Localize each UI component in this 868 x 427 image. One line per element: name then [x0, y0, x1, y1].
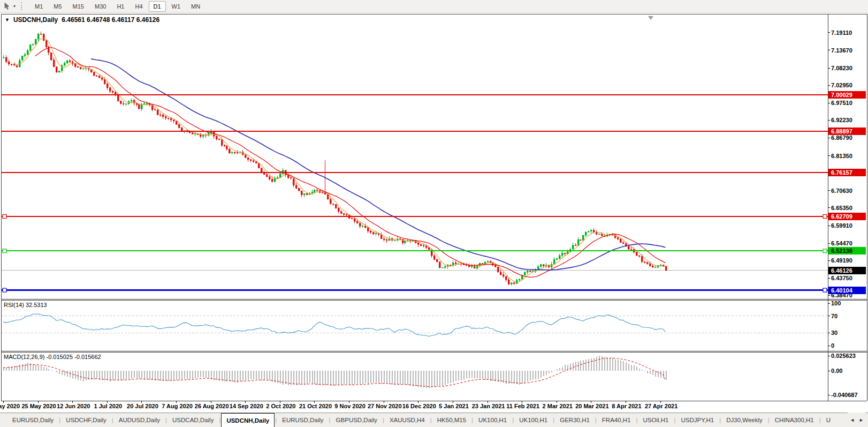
- date-axis-label: 2 Mar 2021: [543, 403, 573, 409]
- macd-axis-label: -0.040687: [831, 392, 858, 399]
- date-axis-label: 16 Dec 2020: [402, 403, 436, 409]
- hline-price-chip: 6.76157: [828, 169, 866, 176]
- chart-tab-gbpusd-daily[interactable]: GBPUSD,Daily: [331, 413, 382, 427]
- price-tick-label: 6.70630: [831, 188, 852, 194]
- cursor-tool-icon: [3, 2, 11, 10]
- timeframe-toolbar: ▾ M1M5M15M30H1H4D1W1MN: [0, 0, 868, 13]
- chart-tab-eurusd-daily[interactable]: EURUSD,Daily: [277, 413, 328, 427]
- chart-title: ▼ USDCNH,Daily 6.46561 6.46748 6.46117 6…: [5, 16, 159, 24]
- rsi-axis-label: 0: [831, 342, 834, 349]
- date-axis-label: 23 Jan 2021: [472, 403, 505, 409]
- timeframe-button-m1[interactable]: M1: [30, 1, 48, 12]
- timeframe-buttons-row: M1M5M15M30H1H4D1W1MN: [29, 0, 205, 12]
- price-tick-label: 6.43750: [831, 275, 852, 282]
- timeframe-button-d1[interactable]: D1: [149, 1, 166, 12]
- tab-scroll-arrows: ◄ ►: [848, 413, 866, 427]
- chart-collapse-caret-icon[interactable]: ▼: [5, 17, 10, 23]
- price-tick-label: 6.92230: [831, 117, 852, 124]
- tab-scroll-right-icon[interactable]: ►: [859, 417, 864, 423]
- price-tick-label: 7.19110: [831, 29, 852, 36]
- date-axis-label: 2 Oct 2020: [266, 403, 295, 409]
- price-tick-label: 7.08230: [831, 65, 852, 72]
- date-axis-label: 25 May 2020: [22, 403, 56, 409]
- date-axis-label: 27 Nov 2020: [368, 403, 402, 409]
- chart-tab-china300-h1[interactable]: CHINA300,H1: [770, 413, 819, 427]
- hline-price-chip: 6.62709: [828, 213, 866, 220]
- hline-handle[interactable]: [823, 288, 827, 292]
- price-tick-label: 6.59910: [831, 222, 852, 229]
- chart-tab-bar: EURUSD,Daily|USDCHF,Daily|AUDUSD,Daily|U…: [0, 413, 868, 427]
- timeframe-button-mn[interactable]: MN: [186, 1, 205, 12]
- price-tick-label: 6.86790: [831, 134, 852, 141]
- hline-price-chip: 6.52138: [828, 247, 866, 254]
- rsi-axis-label: 70: [831, 313, 837, 320]
- hline-handle[interactable]: [823, 214, 827, 218]
- toolbar-grip-handle[interactable]: [21, 2, 23, 10]
- chart-canvas[interactable]: [0, 14, 868, 413]
- hline-handle[interactable]: [3, 214, 6, 218]
- chart-tab-ger30-h1[interactable]: GER30,H1: [555, 413, 595, 427]
- chart-tool-button[interactable]: ▾: [0, 0, 16, 12]
- rsi-axis-label: 100: [831, 300, 841, 307]
- chart-tab-usoil-h1[interactable]: USOil,H1: [638, 413, 674, 427]
- price-tick-label: 6.81350: [831, 153, 852, 160]
- chart-tab-u[interactable]: U: [821, 413, 835, 427]
- price-tick-label: 7.13670: [831, 47, 852, 54]
- chart-tab-hk50-m15[interactable]: HK50,M15: [432, 413, 471, 427]
- price-tick-label: 6.97510: [831, 100, 852, 107]
- rsi-axis-label: 30: [831, 329, 837, 336]
- price-tick-label: 6.54470: [831, 240, 852, 247]
- chart-tab-uk100-h1[interactable]: UK100,H1: [474, 413, 512, 427]
- chart-tab-fra40-h1[interactable]: FRA40,H1: [597, 413, 636, 427]
- hline-price-chip: 6.88897: [828, 128, 866, 135]
- date-axis-label: 21 Oct 2020: [299, 403, 332, 409]
- date-axis-label: 11 Feb 2021: [506, 403, 539, 409]
- macd-axis-label: 0.025623: [831, 353, 856, 359]
- timeframe-button-m5[interactable]: M5: [49, 1, 66, 12]
- price-tick-label: 7.02950: [831, 82, 852, 89]
- price-tick-label: 6.65350: [831, 205, 852, 212]
- hline-handle[interactable]: [823, 249, 827, 253]
- chart-tab-usdcnh-daily[interactable]: USDCNH,Daily: [221, 413, 275, 427]
- date-axis-label: 12 Jun 2020: [57, 403, 90, 409]
- timeframe-button-m30[interactable]: M30: [90, 1, 111, 12]
- timeframe-button-m15[interactable]: M15: [68, 1, 89, 12]
- hline-price-chip: 6.40104: [828, 287, 866, 294]
- hline-handle[interactable]: [3, 288, 6, 292]
- chart-tab-usdchf-daily[interactable]: USDCHF,Daily: [61, 413, 111, 427]
- date-axis-label: 8 Apr 2021: [612, 403, 641, 409]
- timeframe-button-h1[interactable]: H1: [112, 1, 129, 12]
- chart-tab-uk100-h1[interactable]: UK100,H1: [514, 413, 552, 427]
- timeframe-button-h4[interactable]: H4: [130, 1, 147, 12]
- chevron-down-icon[interactable]: ▾: [13, 4, 16, 9]
- hline-handle[interactable]: [3, 249, 6, 253]
- chart-tab-usdjpy-h1[interactable]: USDJPY,H1: [676, 413, 719, 427]
- date-axis-label: 5 Jan 2021: [439, 403, 469, 409]
- date-axis-label: 9 Nov 2020: [334, 403, 365, 409]
- date-axis-label: 14 Sep 2020: [230, 403, 263, 409]
- rsi-indicator-label: RSI(14) 32.5313: [4, 302, 47, 308]
- chart-tab-dj30-weekly[interactable]: DJ30,Weekly: [721, 413, 767, 427]
- hline-price-chip: 7.00029: [828, 91, 866, 99]
- timeframe-button-w1[interactable]: W1: [167, 1, 186, 12]
- chart-tab-xauusd-h4[interactable]: XAUUSD,H4: [385, 413, 430, 427]
- date-axis-label: 27 Apr 2021: [645, 403, 677, 409]
- current-price-chip: 6.46126: [828, 267, 866, 274]
- tab-scroll-left-icon[interactable]: ◄: [850, 417, 855, 423]
- chart-tab-audusd-daily[interactable]: AUDUSD,Daily: [114, 413, 165, 427]
- date-axis-label: 20 Jul 2020: [127, 403, 158, 409]
- date-axis-label: 7 Aug 2020: [162, 403, 193, 409]
- date-axis-label: 6 May 2020: [0, 403, 20, 409]
- date-axis-label: 20 Mar 2021: [575, 403, 608, 409]
- mt4-terminal-window: ▾ M1M5M15M30H1H4D1W1MN ▼ USDCNH,Daily 6.…: [0, 0, 868, 427]
- chart-tab-usdcad-daily[interactable]: USDCAD,Daily: [167, 413, 218, 427]
- date-axis-label: 1 Jul 2020: [94, 403, 123, 409]
- date-axis-label: 26 Aug 2020: [195, 403, 229, 409]
- price-tick-label: 6.49190: [831, 257, 852, 264]
- chart-symbol-label: USDCNH,Daily: [13, 16, 58, 24]
- chart-ohlc-values: 6.46561 6.46748 6.46117 6.46126: [62, 16, 159, 24]
- macd-indicator-label: MACD(12,26,9) -0.015025 -0.015662: [4, 354, 101, 360]
- chart-tab-eurusd-daily[interactable]: EURUSD,Daily: [7, 413, 58, 427]
- macd-axis-label: 0.00: [831, 368, 842, 374]
